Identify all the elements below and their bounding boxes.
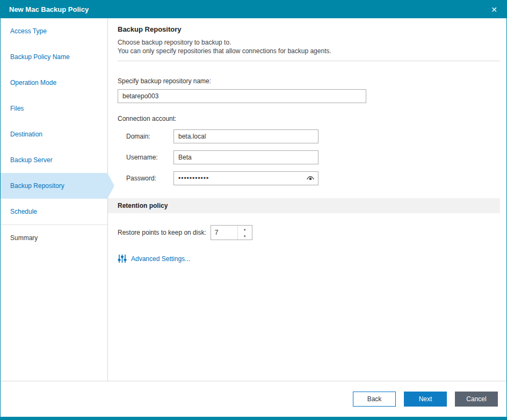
next-button[interactable]: Next [404, 392, 447, 407]
back-button[interactable]: Back [353, 392, 396, 407]
sidebar-item-label: Backup Server [10, 156, 53, 164]
sidebar-item-access-type[interactable]: Access Type [1, 18, 107, 44]
sidebar-item-schedule[interactable]: Schedule [1, 199, 107, 225]
password-label: Password: [126, 175, 173, 182]
advanced-settings-icon [118, 254, 127, 263]
stepper-up-button[interactable]: ▲ [238, 226, 252, 233]
retention-policy-section-header: Retention policy [108, 198, 500, 213]
sidebar-item-label: Backup Repository [10, 182, 64, 190]
step-content: Backup Repository Choose backup reposito… [108, 18, 506, 381]
sidebar-item-files[interactable]: Files [1, 96, 107, 121]
stepper-down-button[interactable]: ▼ [238, 233, 252, 240]
restore-points-row: Restore points to keep on disk: ▲ ▼ [118, 225, 500, 240]
connection-account-label: Connection account: [118, 115, 500, 122]
cancel-button[interactable]: Cancel [455, 392, 498, 407]
sidebar-item-destination[interactable]: Destination [1, 121, 107, 147]
password-field-wrapper [173, 171, 318, 185]
sidebar-item-backup-server[interactable]: Backup Server [1, 147, 107, 173]
domain-label: Domain: [126, 133, 173, 140]
sidebar-item-backup-policy-name[interactable]: Backup Policy Name [1, 44, 107, 70]
restore-points-stepper: ▲ ▼ [211, 225, 252, 240]
retention-policy-heading: Retention policy [118, 202, 168, 209]
repository-name-label: Specify backup repository name: [118, 77, 500, 85]
step-description-line2: You can only specify repositories that a… [118, 47, 500, 55]
sidebar-item-label: Files [10, 105, 24, 112]
password-input[interactable] [173, 171, 318, 185]
stepper-buttons: ▲ ▼ [237, 226, 252, 240]
sidebar-item-backup-repository[interactable]: Backup Repository [1, 173, 107, 199]
close-button[interactable]: ✕ [486, 1, 502, 18]
advanced-settings-row: Advanced Settings... [118, 254, 500, 263]
wizard-window: New Mac Backup Policy ✕ Access Type Back… [0, 0, 507, 420]
restore-points-label: Restore points to keep on disk: [118, 229, 206, 236]
advanced-settings-link[interactable]: Advanced Settings... [131, 255, 190, 263]
window-title: New Mac Backup Policy [9, 5, 486, 13]
sidebar-item-label: Operation Mode [10, 79, 56, 86]
wizard-steps-sidebar: Access Type Backup Policy Name Operation… [1, 18, 108, 381]
chevron-down-icon: ▼ [243, 235, 247, 238]
username-row: Username: [126, 150, 500, 164]
sidebar-item-label: Destination [10, 131, 42, 138]
repository-name-input[interactable] [118, 89, 366, 103]
sidebar-item-summary[interactable]: Summary [1, 225, 107, 251]
reveal-password-icon[interactable] [306, 175, 315, 182]
domain-input[interactable] [173, 129, 318, 143]
sidebar-item-label: Access Type [10, 27, 47, 35]
page-title: Backup Repository [118, 25, 500, 33]
sidebar-item-label: Schedule [10, 208, 37, 215]
domain-row: Domain: [126, 129, 500, 143]
step-description-line1: Choose backup repository to backup to. [118, 38, 500, 47]
window-bottom-border [1, 417, 506, 419]
footer-bar: Back Next Cancel [1, 381, 506, 417]
restore-points-input[interactable] [211, 226, 237, 240]
username-label: Username: [126, 154, 173, 161]
sidebar-item-label: Backup Policy Name [10, 53, 70, 61]
sidebar-item-label: Summary [10, 234, 38, 242]
title-bar: New Mac Backup Policy ✕ [1, 1, 506, 18]
chevron-up-icon: ▲ [243, 228, 247, 231]
close-icon: ✕ [491, 5, 497, 14]
username-input[interactable] [173, 150, 318, 164]
main-area: Access Type Backup Policy Name Operation… [1, 18, 506, 381]
password-row: Password: [126, 171, 500, 185]
header-divider [118, 61, 500, 61]
sidebar-item-operation-mode[interactable]: Operation Mode [1, 70, 107, 96]
